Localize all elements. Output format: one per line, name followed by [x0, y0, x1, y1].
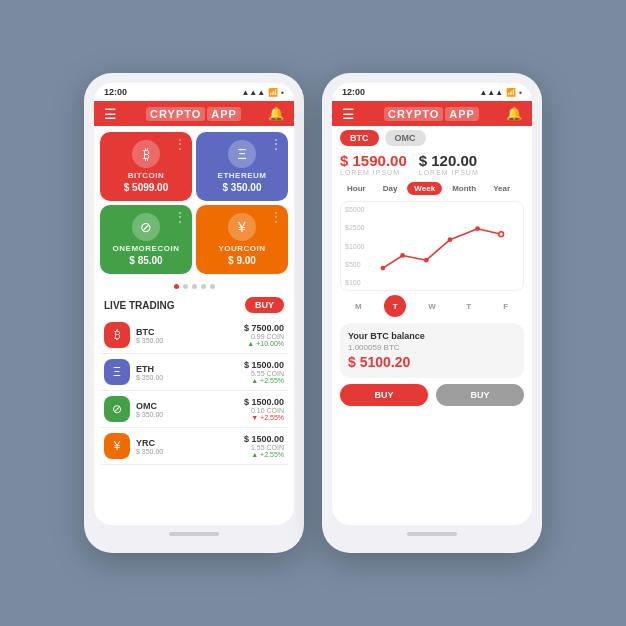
signal-icon-2: ▲▲▲: [479, 88, 503, 97]
trade-icon-btc: ₿: [104, 322, 130, 348]
crypto-card-eth[interactable]: ⋮ Ξ ETHEREUM $ 350.00: [196, 132, 288, 201]
home-bar-2: [407, 532, 457, 536]
phone-1: 12:00 ▲▲▲ 📶 ▪ ☰ CRYPTOAPP 🔔 ⋮ ₿: [84, 73, 304, 553]
action-sell-button[interactable]: BUY: [436, 384, 524, 406]
table-row[interactable]: ₿ BTC $ 350.00 $ 7500.00 0.99 COIN ▲ +10…: [100, 317, 288, 354]
card-menu-omc[interactable]: ⋮: [174, 210, 186, 224]
action-row: BUY BUY: [340, 384, 524, 406]
omc-icon: ⊘: [132, 213, 160, 241]
chart-point-5: [475, 226, 480, 231]
trade-price-eth: $ 1500.00 5.55 COIN ▲ +2.55%: [244, 360, 284, 384]
status-icons-2: ▲▲▲ 📶 ▪: [479, 88, 522, 97]
chart-point-6: [499, 232, 504, 237]
dot-5: [210, 284, 215, 289]
dot-2: [183, 284, 188, 289]
trade-price-btc: $ 7500.00 0.99 COIN ▲ +10.00%: [244, 323, 284, 347]
chart-point-2: [400, 253, 405, 258]
dot-1: [174, 284, 179, 289]
app-title-1: CRYPTOAPP: [144, 108, 241, 120]
price-block-2: $ 120.00 LOREM IPSUM: [419, 152, 479, 176]
status-bar-1: 12:00 ▲▲▲ 📶 ▪: [94, 83, 294, 101]
table-row[interactable]: ¥ YRC $ 350.00 $ 1500.00 1.55 COIN ▲ +2.…: [100, 428, 288, 465]
card-menu-eth[interactable]: ⋮: [270, 137, 282, 151]
table-row[interactable]: Ξ ETH $ 350.00 $ 1500.00 5.55 COIN ▲ +2.…: [100, 354, 288, 391]
day-tab-F[interactable]: F: [495, 295, 517, 317]
price-sub-2: LOREM IPSUM: [419, 169, 479, 176]
buy-button-main[interactable]: BUY: [245, 297, 284, 313]
time-tab-hour[interactable]: Hour: [340, 182, 373, 195]
phone-2-screen: 12:00 ▲▲▲ 📶 ▪ ☰ CRYPTOAPP 🔔 BTC: [332, 83, 532, 525]
eth-name: ETHEREUM: [218, 171, 267, 180]
chart-line: [383, 229, 501, 268]
btc-price: $ 5099.00: [124, 182, 169, 193]
trade-icon-yrc: ¥: [104, 433, 130, 459]
time-tab-year[interactable]: Year: [486, 182, 517, 195]
yrc-name: YOURCOIN: [218, 244, 265, 253]
day-tab-M[interactable]: M: [347, 295, 369, 317]
menu-icon-1[interactable]: ☰: [104, 107, 117, 121]
day-tab-T2[interactable]: T: [458, 295, 480, 317]
live-trading-header: LIVE TRADING BUY: [94, 293, 294, 317]
home-indicator-1: [94, 525, 294, 543]
trade-icon-omc: ⊘: [104, 396, 130, 422]
crypto-card-yrc[interactable]: ⋮ ¥ YOURCOIN $ 9.00: [196, 205, 288, 274]
battery-icon-2: ▪: [519, 88, 522, 97]
card-menu-btc[interactable]: ⋮: [174, 137, 186, 151]
coin-tab-btc[interactable]: BTC: [340, 130, 379, 146]
day-tabs: M T W T F: [340, 295, 524, 317]
crypto-card-btc[interactable]: ⋮ ₿ BITCOIN $ 5099.00: [100, 132, 192, 201]
chart-point-4: [448, 237, 453, 242]
btc-icon: ₿: [132, 140, 160, 168]
trade-info-btc: BTC $ 350.00: [136, 327, 238, 344]
wifi-icon: 📶: [268, 88, 278, 97]
phone-2: 12:00 ▲▲▲ 📶 ▪ ☰ CRYPTOAPP 🔔 BTC: [322, 73, 542, 553]
yrc-icon: ¥: [228, 213, 256, 241]
home-bar-1: [169, 532, 219, 536]
bell-icon-1[interactable]: 🔔: [268, 106, 284, 121]
phone2-content: BTC OMC $ 1590.00 LOREM IPSUM $ 120.00 L…: [332, 126, 532, 525]
yrc-price: $ 9.00: [228, 255, 256, 266]
btc-name: BITCOIN: [128, 171, 164, 180]
live-trading-label: LIVE TRADING: [104, 300, 175, 311]
price-block-1: $ 1590.00 LOREM IPSUM: [340, 152, 407, 176]
trade-price-yrc: $ 1500.00 1.55 COIN ▲ +2.55%: [244, 434, 284, 458]
dot-4: [201, 284, 206, 289]
trade-info-yrc: YRC $ 350.00: [136, 438, 238, 455]
day-tab-W[interactable]: W: [421, 295, 443, 317]
eth-icon: Ξ: [228, 140, 256, 168]
chart-y-labels: $5000 $2500 $1000 $500 $100: [345, 206, 364, 286]
day-tab-T1[interactable]: T: [384, 295, 406, 317]
trade-info-omc: OMC $ 350.00: [136, 401, 238, 418]
time-tab-day[interactable]: Day: [376, 182, 405, 195]
signal-icon: ▲▲▲: [241, 88, 265, 97]
time-2: 12:00: [342, 87, 365, 97]
menu-icon-2[interactable]: ☰: [342, 107, 355, 121]
trade-list: ₿ BTC $ 350.00 $ 7500.00 0.99 COIN ▲ +10…: [94, 317, 294, 465]
home-indicator-2: [332, 525, 532, 543]
price-row: $ 1590.00 LOREM IPSUM $ 120.00 LOREM IPS…: [340, 152, 524, 176]
trade-price-omc: $ 1500.00 0.10 COIN ▼ +2.55%: [244, 397, 284, 421]
chart-point-3: [424, 258, 429, 263]
crypto-card-omc[interactable]: ⋮ ⊘ ONEMORECOIN $ 85.00: [100, 205, 192, 274]
dot-3: [192, 284, 197, 289]
time-tab-month[interactable]: Month: [445, 182, 483, 195]
time-tabs: Hour Day Week Month Year: [340, 182, 524, 195]
phone-1-screen: 12:00 ▲▲▲ 📶 ▪ ☰ CRYPTOAPP 🔔 ⋮ ₿: [94, 83, 294, 525]
price-big-2: $ 120.00: [419, 152, 479, 169]
crypto-grid: ⋮ ₿ BITCOIN $ 5099.00 ⋮ Ξ ETHEREUM $ 350…: [94, 126, 294, 280]
app-header-2: ☰ CRYPTOAPP 🔔: [332, 101, 532, 126]
coin-tab-omc[interactable]: OMC: [385, 130, 426, 146]
phones-container: 12:00 ▲▲▲ 📶 ▪ ☰ CRYPTOAPP 🔔 ⋮ ₿: [84, 73, 542, 553]
table-row[interactable]: ⊘ OMC $ 350.00 $ 1500.00 0.10 COIN ▼ +2.…: [100, 391, 288, 428]
time-tab-week[interactable]: Week: [407, 182, 442, 195]
balance-usd: $ 5100.20: [348, 354, 516, 370]
battery-icon: ▪: [281, 88, 284, 97]
time-1: 12:00: [104, 87, 127, 97]
omc-name: ONEMORECOIN: [113, 244, 180, 253]
bell-icon-2[interactable]: 🔔: [506, 106, 522, 121]
card-menu-yrc[interactable]: ⋮: [270, 210, 282, 224]
price-sub-1: LOREM IPSUM: [340, 169, 407, 176]
omc-price: $ 85.00: [129, 255, 162, 266]
carousel-dots: [94, 280, 294, 293]
action-buy-button[interactable]: BUY: [340, 384, 428, 406]
